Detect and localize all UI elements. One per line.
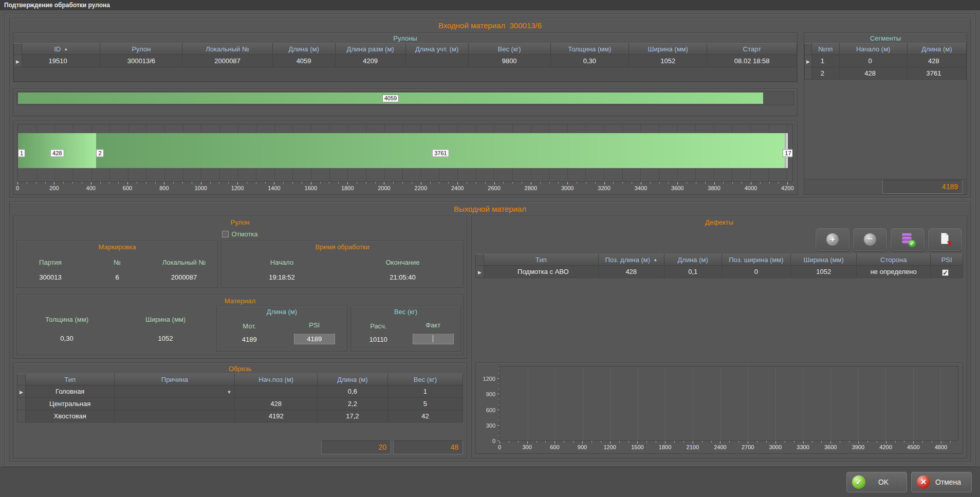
reason-dropdown-icon[interactable]: ▼ bbox=[227, 389, 235, 395]
row-selector-icon: ▶ bbox=[20, 390, 23, 395]
local-number-value: 2000087 bbox=[171, 273, 197, 281]
calc-weight-label: Расч. bbox=[370, 322, 386, 330]
trim-col-weight[interactable]: Вес (кг) bbox=[387, 374, 463, 385]
mot-label: Мот. bbox=[243, 322, 256, 330]
segments-caption: Сегменты bbox=[804, 33, 967, 43]
rolls-col-length-accounted[interactable]: Длина учт. (м) bbox=[405, 44, 468, 55]
segments-chart-panel: 14282376117 0200400600800100012001400160… bbox=[13, 121, 798, 195]
segments-col-start[interactable]: Начало (м) bbox=[839, 44, 907, 55]
rolls-col-length[interactable]: Длина (м) bbox=[272, 44, 335, 55]
weight-box-title: Вес (кг) bbox=[351, 306, 460, 317]
x-tick-label: 3200 bbox=[598, 185, 610, 191]
x-tick-label: 800 bbox=[159, 185, 169, 191]
defects-col-pos-length[interactable]: Поз. длина (м)▲ bbox=[598, 254, 664, 266]
x-tick-label: 2700 bbox=[742, 444, 754, 450]
trim-row-central[interactable]: Центральная 428 2,2 5 bbox=[17, 398, 463, 410]
total-length-plot: 4059 bbox=[16, 91, 794, 105]
ok-button[interactable]: ✓ OK bbox=[846, 472, 907, 492]
x-tick-label: 2200 bbox=[415, 185, 427, 191]
defects-col-width[interactable]: Ширина (мм) bbox=[791, 254, 857, 266]
trim-col-reason[interactable]: Причина bbox=[115, 374, 235, 385]
output-material-title: Выходной материал bbox=[10, 202, 970, 215]
segments-plot-area: 14282376117 bbox=[17, 124, 793, 182]
x-tick-label: 1800 bbox=[659, 444, 671, 450]
x-tick-label: 4800 bbox=[935, 444, 947, 450]
segments-row[interactable]: 2 428 3761 bbox=[805, 67, 967, 80]
window-titlebar[interactable]: Подтверждение обработки рулона bbox=[0, 0, 980, 10]
segment-length-label: 428 bbox=[50, 149, 64, 157]
minus-icon: − bbox=[864, 233, 876, 246]
rolls-col-weight[interactable]: Вес (кг) bbox=[468, 44, 550, 55]
rewind-label: Отмотка bbox=[231, 230, 257, 238]
add-defect-button[interactable]: + bbox=[816, 228, 849, 251]
rolls-col-width[interactable]: Ширина (мм) bbox=[629, 44, 707, 55]
x-tick-label: 2800 bbox=[525, 185, 537, 191]
clear-defects-button[interactable]: ✕ bbox=[928, 228, 962, 251]
defects-col-length[interactable]: Длина (м) bbox=[664, 254, 722, 266]
x-tick-label: 1600 bbox=[305, 185, 317, 191]
y-tick-label: 900 bbox=[486, 391, 495, 397]
segments-col-num[interactable]: №пп bbox=[812, 44, 840, 55]
defects-row[interactable]: ▶ Подмотка с АВО 428 0,1 0 1052 не опред… bbox=[476, 266, 963, 278]
rolls-col-roll[interactable]: Рулон bbox=[100, 44, 182, 55]
fact-weight-label: Факт bbox=[426, 321, 440, 329]
apply-defects-button[interactable]: ✓ bbox=[891, 228, 924, 251]
segment-length-label: 3761 bbox=[432, 149, 449, 157]
rolls-col-id[interactable]: ID▲ bbox=[22, 44, 100, 55]
batch-value: 300013 bbox=[39, 273, 61, 281]
defects-chart: 03006009001200 0300600900120015001800210… bbox=[480, 366, 958, 452]
trim-title: Обрезь bbox=[17, 363, 463, 374]
psi-checkbox[interactable]: ✓ bbox=[942, 269, 949, 276]
row-selector-icon: ▶ bbox=[478, 270, 482, 275]
rolls-row[interactable]: ▶ 19510 300013/6 2000087 4059 4209 9800 … bbox=[14, 55, 797, 67]
trim-row-tail[interactable]: Хвостовая 4192 17,2 42 bbox=[17, 410, 463, 422]
number-label: № bbox=[114, 259, 121, 266]
end-time-label: Окончание bbox=[385, 259, 419, 266]
segments-row[interactable]: ▶ 1 0 428 bbox=[805, 55, 967, 67]
fact-weight-input[interactable] bbox=[413, 333, 454, 344]
length-box: Длина (м) Мот. 4189 PSI 4189 bbox=[216, 306, 347, 352]
x-tick-label: 4500 bbox=[907, 444, 919, 450]
x-tick-label: 0 bbox=[16, 185, 19, 191]
trim-col-type[interactable]: Тип bbox=[26, 374, 115, 385]
trim-row-head[interactable]: ▶ Головная ▼ 0,6 1 bbox=[17, 385, 463, 398]
x-tick-label: 1400 bbox=[268, 185, 280, 191]
cancel-button[interactable]: ✕ Отмена bbox=[911, 472, 972, 492]
defects-col-psi[interactable]: PSI bbox=[931, 254, 963, 266]
psi-length-input[interactable]: 4189 bbox=[294, 333, 335, 344]
y-tick-label: 1200 bbox=[483, 376, 495, 382]
defects-col-side[interactable]: Сторона bbox=[857, 254, 931, 266]
marking-box: Маркировка Партия 300013 № 6 bbox=[16, 241, 218, 288]
number-value: 6 bbox=[115, 273, 119, 281]
trim-col-length[interactable]: Длина (м) bbox=[317, 374, 387, 385]
segments-selector-header bbox=[805, 44, 812, 55]
batch-label: Партия bbox=[39, 259, 62, 266]
x-tick-label: 0 bbox=[498, 444, 501, 450]
mot-value: 4189 bbox=[242, 336, 257, 343]
trim-col-startpos[interactable]: Нач.поз (м) bbox=[235, 374, 317, 385]
rolls-col-start[interactable]: Старт bbox=[707, 44, 797, 55]
sort-asc-icon: ▲ bbox=[64, 47, 68, 51]
x-tick-label: 200 bbox=[49, 185, 59, 191]
x-tick-label: 4200 bbox=[781, 185, 793, 191]
tail-length-label: 17 bbox=[783, 149, 793, 157]
rewind-checkbox[interactable] bbox=[222, 231, 229, 237]
defects-toolbar: + − ✓ ✕ bbox=[475, 227, 963, 254]
defects-chart-y-axis: 03006009001200 bbox=[480, 366, 500, 441]
start-time-label: Начало bbox=[270, 259, 293, 266]
defects-chart-x-axis: 0300600900120015001800210024002700300033… bbox=[500, 441, 958, 452]
defects-chart-panel: 03006009001200 0300600900120015001800210… bbox=[475, 362, 963, 454]
defects-col-type[interactable]: Тип bbox=[484, 254, 599, 266]
remove-defect-button[interactable]: − bbox=[853, 228, 887, 251]
segments-col-length[interactable]: Длина (м) bbox=[907, 44, 966, 55]
rolls-col-local[interactable]: Локальный № bbox=[182, 44, 272, 55]
segments-table: №пп Начало (м) Длина (м) ▶ 1 0 428 2 428 bbox=[804, 43, 967, 80]
rolls-col-length-unwound[interactable]: Длина разм (м) bbox=[335, 44, 405, 55]
marking-title: Маркировка bbox=[17, 241, 217, 252]
roll-title: Рулон bbox=[16, 216, 464, 227]
dialog-content-frame: Входной материал 300013/6 Рулоны ID▲ bbox=[5, 13, 975, 467]
y-tick-label: 300 bbox=[486, 422, 495, 429]
trim-selector-header bbox=[17, 374, 26, 385]
defects-col-pos-width[interactable]: Поз. ширина (мм) bbox=[722, 254, 791, 266]
rolls-col-thickness[interactable]: Толщина (мм) bbox=[550, 44, 628, 55]
